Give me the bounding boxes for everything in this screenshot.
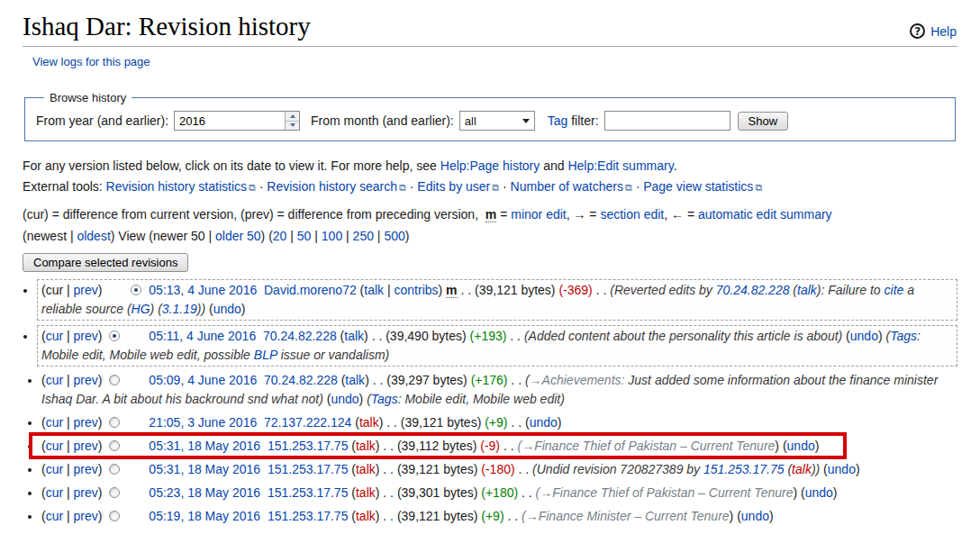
link[interactable]: 20 bbox=[273, 229, 287, 243]
link[interactable]: contribs bbox=[395, 283, 439, 297]
comment-link[interactable]: Tags bbox=[371, 392, 398, 406]
compare-revision-radio[interactable] bbox=[109, 375, 120, 385]
month-select[interactable]: all bbox=[459, 111, 535, 131]
comment-link[interactable]: 70.24.82.228 bbox=[716, 283, 790, 297]
edit-comment: reliable source ( bbox=[41, 302, 132, 316]
comment-link[interactable]: talk bbox=[797, 283, 817, 297]
link[interactable]: prev bbox=[74, 485, 98, 500]
comment-link[interactable]: 3.1.19 bbox=[162, 302, 197, 316]
link[interactable]: 05:31, 18 May 2016 bbox=[149, 439, 260, 453]
link[interactable]: cur bbox=[46, 462, 63, 476]
link[interactable]: Help:Page history bbox=[440, 158, 540, 173]
link[interactable]: prev bbox=[74, 415, 98, 430]
link[interactable]: undo bbox=[530, 415, 558, 430]
link[interactable]: older 50 bbox=[215, 229, 261, 243]
compare-revision-radio[interactable] bbox=[109, 464, 120, 475]
link[interactable]: 151.253.17.75 bbox=[268, 462, 349, 476]
link[interactable]: 05:09, 4 June 2016 bbox=[149, 373, 257, 387]
compare-revision-radio[interactable] bbox=[109, 417, 120, 428]
text bbox=[257, 283, 264, 297]
link[interactable]: prev bbox=[74, 439, 98, 453]
link[interactable]: cur bbox=[46, 329, 63, 343]
link[interactable]: 250 bbox=[353, 229, 374, 243]
comment-link[interactable]: 151.253.17.75 bbox=[703, 462, 785, 476]
link[interactable]: undo bbox=[805, 485, 833, 500]
link[interactable]: section edit bbox=[600, 207, 664, 222]
comment-red-link[interactable]: talk bbox=[792, 462, 812, 476]
link[interactable]: 50 bbox=[297, 229, 312, 243]
link[interactable]: 21:05, 3 June 2016 bbox=[149, 415, 257, 430]
link[interactable]: 05:23, 18 May 2016 bbox=[149, 485, 260, 500]
link[interactable]: 05:11, 4 June 2016 bbox=[149, 329, 256, 343]
link[interactable]: 70.24.82.228 bbox=[263, 329, 337, 343]
link[interactable]: 151.253.17.75 bbox=[268, 439, 349, 453]
tag-filter-input[interactable] bbox=[604, 111, 730, 131]
red-link[interactable]: talk bbox=[359, 415, 379, 430]
spinner-up-button[interactable] bbox=[286, 112, 299, 122]
link[interactable]: undo bbox=[331, 392, 358, 406]
comment-link[interactable]: HG bbox=[132, 302, 150, 316]
compare-revision-radio[interactable] bbox=[109, 487, 120, 498]
link[interactable]: 151.253.17.75 bbox=[268, 485, 349, 500]
link[interactable]: cur bbox=[46, 485, 63, 500]
compare-revision-radio[interactable] bbox=[131, 285, 141, 295]
year-input[interactable] bbox=[175, 112, 285, 130]
link[interactable]: 70.24.82.228 bbox=[264, 373, 338, 387]
link[interactable]: 151.253.17.75 bbox=[268, 509, 349, 523]
compare-selected-revisions-button[interactable]: Compare selected revisions bbox=[23, 253, 188, 272]
link[interactable]: Help:Edit summary bbox=[567, 158, 673, 173]
view-logs-link[interactable]: View logs for this page bbox=[32, 55, 150, 68]
red-link[interactable]: talk bbox=[356, 462, 376, 476]
page-content: ? Help Ishaq Dar: Revision history View … bbox=[0, 0, 980, 534]
link[interactable]: cur bbox=[46, 509, 63, 523]
red-link[interactable]: talk bbox=[356, 485, 376, 500]
external-link[interactable]: Revision history statistics bbox=[106, 179, 256, 194]
link[interactable]: 05:31, 18 May 2016 bbox=[149, 462, 260, 476]
compare-revision-radio[interactable] bbox=[109, 330, 120, 341]
link[interactable]: talk bbox=[344, 329, 364, 343]
revision-row: (cur | prev) 21:05, 3 June 2016 72.137.2… bbox=[41, 413, 957, 432]
link[interactable]: minor edit bbox=[511, 207, 566, 222]
comment-link[interactable]: BLP bbox=[254, 348, 277, 362]
link[interactable]: talk bbox=[364, 283, 384, 297]
comment-link[interactable]: cite bbox=[885, 283, 904, 297]
link[interactable]: 100 bbox=[322, 229, 342, 243]
red-link[interactable]: talk bbox=[356, 509, 376, 523]
link[interactable]: oldest bbox=[77, 229, 110, 243]
help-link[interactable]: Help bbox=[930, 24, 957, 39]
link[interactable]: 05:19, 18 May 2016 bbox=[149, 509, 260, 523]
link[interactable]: automatic edit summary bbox=[698, 207, 832, 222]
spinner-down-button[interactable] bbox=[286, 122, 299, 131]
external-link[interactable]: Revision history search bbox=[267, 179, 406, 194]
link[interactable]: undo bbox=[828, 462, 856, 476]
section-autocomment: →Achievements: bbox=[530, 373, 625, 387]
link[interactable]: prev bbox=[74, 283, 98, 297]
link[interactable]: prev bbox=[74, 373, 98, 387]
link[interactable]: prev bbox=[74, 329, 98, 343]
show-button[interactable]: Show bbox=[738, 112, 789, 131]
compare-revision-radio[interactable] bbox=[109, 440, 120, 451]
link[interactable]: undo bbox=[213, 302, 241, 316]
help-link-group[interactable]: ? Help bbox=[910, 23, 957, 39]
link[interactable]: cur bbox=[46, 373, 63, 387]
link[interactable]: 500 bbox=[384, 229, 404, 243]
link[interactable]: undo bbox=[741, 509, 769, 523]
red-link[interactable]: talk bbox=[356, 439, 376, 453]
link[interactable]: prev bbox=[74, 509, 98, 523]
text: · bbox=[406, 179, 417, 194]
external-link[interactable]: Edits by user bbox=[417, 179, 499, 194]
link[interactable]: undo bbox=[850, 329, 878, 343]
link[interactable]: talk bbox=[345, 373, 365, 387]
link[interactable]: David.moreno72 bbox=[264, 283, 357, 297]
link[interactable]: prev bbox=[74, 462, 98, 476]
comment-link[interactable]: Tags bbox=[890, 329, 917, 343]
compare-revision-radio[interactable] bbox=[109, 511, 120, 521]
link[interactable]: cur bbox=[46, 439, 63, 453]
link[interactable]: 72.137.222.124 bbox=[264, 415, 351, 430]
link[interactable]: undo bbox=[787, 439, 815, 453]
link[interactable]: 05:13, 4 June 2016 bbox=[149, 283, 257, 297]
external-link[interactable]: Number of watchers bbox=[511, 179, 632, 194]
tag-link[interactable]: Tag bbox=[548, 113, 568, 128]
link[interactable]: cur bbox=[46, 415, 63, 430]
external-link[interactable]: Page view statistics bbox=[643, 179, 762, 194]
